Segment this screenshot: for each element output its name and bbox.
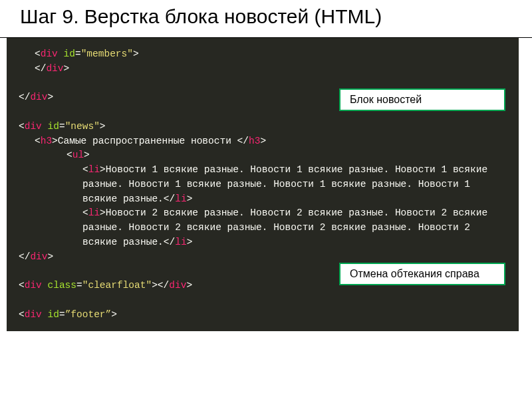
code-line: </div>	[19, 62, 507, 76]
code-line: <h3>Самые распространенные новости </h3>	[19, 134, 507, 149]
callout-clearfloat: Отмена обтекания справа	[339, 263, 505, 285]
code-line: <div id=”footer”>	[19, 308, 507, 323]
code-blank	[19, 293, 507, 308]
callout-news-block: Блок новостей	[339, 88, 505, 111]
slide-title: Шаг 9. Верстка блока новостей (HTML)	[20, 5, 512, 28]
callout-text: Блок новостей	[350, 94, 422, 105]
code-line: </div>	[19, 250, 507, 265]
slide-title-area: Шаг 9. Верстка блока новостей (HTML)	[0, 0, 532, 38]
code-line: <div id="news">	[19, 120, 507, 134]
code-line: <div id="members">	[19, 47, 507, 62]
code-line: <ul>	[19, 148, 507, 163]
code-editor: <div id="members"> </div> </div> <div id…	[7, 38, 519, 331]
code-line: <li>Новости 2 всякие разные. Новости 2 в…	[19, 206, 507, 249]
code-line: <li>Новости 1 всякие разные. Новости 1 в…	[19, 163, 507, 206]
callout-text: Отмена обтекания справа	[350, 268, 479, 279]
